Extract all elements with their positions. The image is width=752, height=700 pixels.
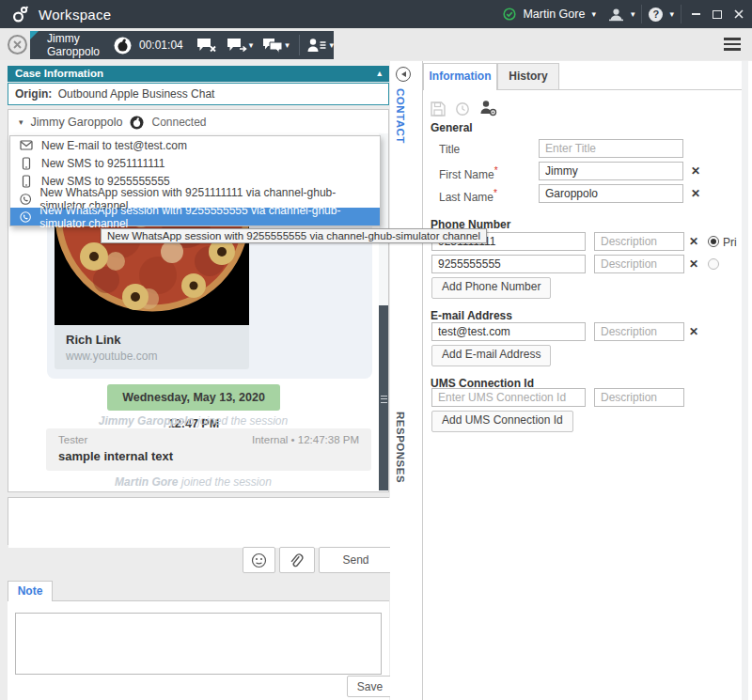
section-email-address: E-mail Address bbox=[431, 309, 512, 322]
side-tab-strip bbox=[390, 61, 423, 700]
contact-panel-scrollbar[interactable] bbox=[742, 61, 748, 700]
add-phone-number-button[interactable]: Add Phone Number bbox=[431, 277, 551, 299]
tab-information[interactable]: Information bbox=[423, 63, 497, 90]
first-name-label: First Name* bbox=[439, 165, 498, 181]
genesys-logo-icon bbox=[11, 6, 29, 23]
email-input-1[interactable] bbox=[431, 322, 586, 341]
close-button[interactable] bbox=[731, 7, 746, 22]
delete-first-name-button[interactable]: ✕ bbox=[689, 164, 702, 178]
reset-clock-icon bbox=[455, 101, 470, 117]
assign-contact-button[interactable] bbox=[479, 100, 497, 117]
primary-phone-radio-1[interactable] bbox=[708, 236, 719, 247]
add-participant-icon bbox=[306, 38, 327, 53]
case-information-title: Case Information bbox=[15, 68, 103, 79]
party-actions-caret-icon[interactable]: ▾ bbox=[19, 118, 24, 127]
send-button[interactable]: Send bbox=[319, 547, 393, 573]
transfer-caret-icon: ▾ bbox=[249, 41, 254, 50]
email-description-input-1[interactable] bbox=[594, 322, 684, 341]
delete-phone-button-1[interactable]: ✕ bbox=[687, 235, 700, 248]
consult-button[interactable]: ▾ bbox=[262, 38, 290, 54]
session-event: Jimmy Garoppolo joined the session bbox=[8, 414, 379, 428]
workspace-window: Workspace Martin Gore ▾ ▾ ? ▾ bbox=[0, 0, 752, 700]
menu-item-tooltip: New WhatsApp session with 9255555555 via… bbox=[101, 228, 487, 243]
end-interaction-button[interactable] bbox=[8, 35, 27, 54]
delete-email-button-1[interactable]: ✕ bbox=[687, 325, 700, 338]
tab-note[interactable]: Note bbox=[8, 581, 53, 601]
sms-icon bbox=[20, 157, 33, 170]
note-input[interactable] bbox=[15, 613, 382, 675]
whatsapp-icon bbox=[20, 210, 31, 224]
rich-link-card[interactable]: Rich Link www.youtube.com bbox=[55, 325, 249, 369]
collapse-arrow-icon bbox=[401, 71, 406, 77]
add-ums-connection-button[interactable]: Add UMS Connection Id bbox=[431, 411, 573, 432]
collapse-panel-button[interactable] bbox=[396, 67, 411, 82]
maximize-icon bbox=[713, 10, 722, 19]
first-name-input[interactable] bbox=[539, 162, 683, 180]
whatsapp-icon bbox=[20, 193, 31, 206]
last-name-label: Last Name* bbox=[439, 188, 497, 204]
delete-phone-button-2[interactable]: ✕ bbox=[687, 257, 700, 271]
delete-last-name-button[interactable]: ✕ bbox=[689, 187, 702, 200]
internal-message-bubble: Tester Internal • 12:47:38 PM sample int… bbox=[46, 428, 371, 471]
save-icon bbox=[431, 101, 446, 117]
attach-file-button[interactable] bbox=[279, 547, 315, 573]
menu-button[interactable] bbox=[724, 38, 741, 51]
help-icon[interactable]: ? bbox=[649, 8, 663, 22]
help-caret-icon[interactable]: ▾ bbox=[669, 10, 674, 19]
minimize-icon bbox=[692, 13, 700, 15]
add-email-address-button[interactable]: Add E-mail Address bbox=[431, 345, 551, 366]
reset-contact-button[interactable] bbox=[455, 101, 470, 117]
case-information-header[interactable]: Case Information ▴ bbox=[8, 66, 389, 82]
end-chat-icon bbox=[196, 38, 217, 53]
menu-item-new-email[interactable]: New E-mail to test@test.com bbox=[10, 136, 380, 154]
date-banner: Wednesday, May 13, 2020 12:47 PM bbox=[107, 384, 280, 411]
title-input[interactable] bbox=[539, 139, 683, 158]
party-name: Jimmy Garoppolo bbox=[31, 116, 123, 129]
title-label: Title bbox=[439, 143, 460, 156]
phone-description-input-1[interactable] bbox=[594, 232, 684, 251]
end-chat-button[interactable] bbox=[196, 38, 217, 53]
collapse-caret-icon[interactable]: ▴ bbox=[377, 66, 382, 82]
note-save-button[interactable]: Save bbox=[347, 676, 393, 697]
consult-icon bbox=[262, 38, 283, 54]
agent-settings-icon bbox=[479, 100, 497, 117]
phone-description-input-2[interactable] bbox=[594, 255, 684, 273]
party-row[interactable]: ▾ Jimmy Garoppolo Connected bbox=[8, 111, 395, 133]
transfer-chat-icon bbox=[227, 38, 247, 53]
tab-contact[interactable]: CONTACT bbox=[395, 88, 406, 144]
agent-menu-caret-icon[interactable]: ▾ bbox=[591, 10, 596, 19]
emoji-icon bbox=[251, 552, 267, 568]
case-origin: Origin: Outbound Apple Business Chat bbox=[8, 83, 389, 105]
message-input[interactable] bbox=[8, 498, 392, 548]
last-name-input[interactable] bbox=[539, 184, 683, 203]
email-icon bbox=[20, 139, 33, 151]
section-general: General bbox=[431, 121, 473, 134]
tab-history[interactable]: History bbox=[497, 63, 559, 90]
agent-name[interactable]: Martin Gore bbox=[523, 8, 585, 21]
titlebar-separator bbox=[681, 5, 682, 23]
interaction-timer: 00:01:04 bbox=[139, 39, 183, 52]
required-mark: * bbox=[494, 165, 498, 176]
event-text: joined the session bbox=[181, 475, 272, 489]
interaction-party-name: Jimmy Garoppolo bbox=[47, 32, 106, 58]
add-participant-button[interactable]: ▾ bbox=[306, 38, 334, 53]
minimize-button[interactable] bbox=[688, 7, 703, 22]
menu-item-new-whatsapp-2[interactable]: New WhatsApp session with 9255555555 via… bbox=[10, 208, 380, 226]
tab-responses[interactable]: RESPONSES bbox=[395, 412, 406, 483]
ums-description-input[interactable] bbox=[594, 388, 684, 407]
emoji-button[interactable] bbox=[243, 547, 275, 573]
agent-icon-caret-icon[interactable]: ▾ bbox=[631, 10, 635, 19]
phone-input-2[interactable] bbox=[431, 255, 586, 273]
transfer-chat-button[interactable]: ▾ bbox=[227, 38, 254, 53]
chat-scrollbar-thumb[interactable] bbox=[379, 305, 388, 490]
save-contact-button[interactable] bbox=[431, 101, 446, 117]
message-meta: Internal • 12:47:38 PM bbox=[252, 434, 359, 445]
party-status: Connected bbox=[151, 116, 206, 129]
consult-caret-icon: ▾ bbox=[285, 41, 290, 50]
ums-connection-input[interactable] bbox=[431, 388, 586, 407]
event-text: joined the session bbox=[197, 414, 288, 428]
primary-phone-radio-2[interactable] bbox=[708, 258, 719, 270]
maximize-button[interactable] bbox=[710, 7, 725, 22]
menu-item-new-sms-1[interactable]: New SMS to 9251111111 bbox=[10, 154, 380, 172]
agent-icon[interactable] bbox=[608, 8, 624, 22]
